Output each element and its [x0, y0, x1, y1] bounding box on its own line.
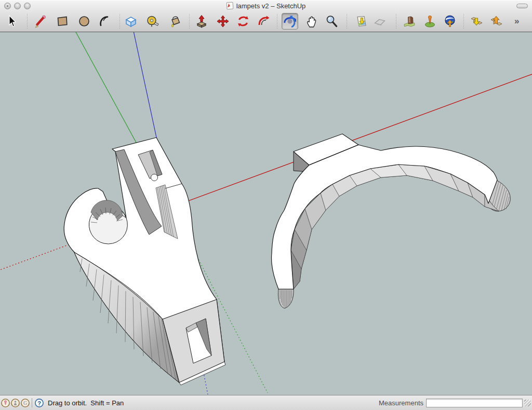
share-model-icon	[489, 14, 503, 29]
arc-tool-icon	[97, 14, 112, 29]
get-current-view-button[interactable]	[353, 13, 370, 30]
zoom-tool-button[interactable]	[323, 13, 340, 30]
measurements-label: Measurements	[379, 399, 423, 407]
get-models-icon	[469, 14, 484, 29]
title-bar[interactable]: lampets v2 – SketchUp	[0, 0, 532, 11]
help-question-icon: ?	[35, 399, 44, 407]
select-arrow-icon	[4, 14, 19, 29]
google-account-status-button[interactable]: G	[21, 399, 30, 407]
toolbar-separator	[119, 14, 120, 29]
move-tool-button[interactable]	[215, 13, 231, 30]
model-curved-arm[interactable]	[272, 134, 511, 308]
svg-text:G: G	[23, 400, 27, 406]
rotate-tool-button[interactable]	[235, 13, 251, 30]
orbit-tool-button[interactable]	[282, 13, 298, 30]
window-title: lampets v2 – SketchUp	[236, 2, 306, 10]
arc-tool-button[interactable]	[96, 13, 113, 30]
paint-bucket-button[interactable]	[166, 13, 183, 30]
help-button[interactable]: ?	[35, 399, 44, 407]
offset-tool-icon	[256, 14, 271, 29]
make-component-button[interactable]	[123, 13, 139, 30]
toolbar-separator	[463, 14, 464, 29]
rectangle-tool-icon	[55, 14, 70, 29]
zoom-tool-icon	[324, 14, 339, 29]
tape-measure-icon	[145, 14, 160, 29]
push-pull-button[interactable]	[193, 13, 210, 30]
svg-text:?: ?	[37, 400, 41, 406]
line-tool-button[interactable]	[32, 13, 49, 30]
share-model-button[interactable]	[488, 13, 504, 30]
status-divider	[32, 398, 32, 407]
model-viewport[interactable]	[0, 32, 532, 395]
get-models-button[interactable]	[468, 13, 485, 30]
claim-credit-status-button[interactable]	[11, 399, 20, 407]
toolbar-toggle-button[interactable]	[516, 4, 528, 8]
circle-tool-button[interactable]	[76, 13, 92, 30]
pan-tool-button[interactable]	[303, 13, 320, 30]
push-pull-icon	[194, 14, 209, 29]
window-chrome: lampets v2 – SketchUp	[0, 0, 532, 32]
make-component-icon	[124, 14, 138, 29]
measurements-input[interactable]	[426, 399, 523, 407]
place-model-button[interactable]	[401, 13, 418, 30]
toolbar-overflow-button[interactable]: »	[514, 17, 519, 26]
toolbar-separator	[27, 14, 28, 29]
toolbar-separator	[277, 14, 277, 29]
orbit-tool-icon	[283, 14, 297, 29]
google-g-status-icon: G	[21, 399, 30, 407]
status-bar: G ? Drag to orbit. Shift = Pan Measureme…	[0, 395, 532, 410]
toggle-terrain-icon	[373, 14, 387, 29]
document-icon	[226, 2, 233, 10]
circle-tool-icon	[77, 14, 91, 29]
toolbar-separator	[189, 14, 190, 29]
person-status-icon	[11, 399, 20, 407]
model-clip-body[interactable]	[64, 138, 225, 385]
status-message: Drag to orbit. Shift = Pan	[48, 399, 124, 407]
add-building-icon	[423, 14, 437, 29]
toolbar-separator	[347, 14, 347, 29]
get-current-view-icon	[354, 14, 369, 29]
add-building-button[interactable]	[422, 13, 438, 30]
select-tool-button[interactable]	[3, 13, 20, 30]
place-model-icon	[402, 14, 417, 29]
toolbar-separator	[396, 14, 396, 29]
preview-google-earth-icon	[443, 14, 457, 29]
toggle-terrain-button[interactable]	[371, 13, 388, 30]
move-tool-icon	[216, 14, 230, 29]
tape-measure-button[interactable]	[144, 13, 161, 30]
left-end-cap	[278, 289, 294, 308]
balloon-status-icon	[1, 399, 10, 407]
offset-tool-button[interactable]	[255, 13, 272, 30]
main-toolbar: »	[0, 11, 532, 32]
slot-half-cylinder-post	[151, 174, 158, 181]
paint-bucket-icon	[167, 14, 182, 29]
rectangle-tool-button[interactable]	[54, 13, 71, 30]
pan-hand-icon	[304, 14, 318, 29]
preview-google-earth-button[interactable]	[442, 13, 458, 30]
window-resize-grip[interactable]	[524, 400, 531, 406]
rotate-tool-icon	[236, 14, 250, 29]
geolocation-status-button[interactable]	[1, 399, 10, 407]
line-pencil-icon	[33, 14, 48, 29]
